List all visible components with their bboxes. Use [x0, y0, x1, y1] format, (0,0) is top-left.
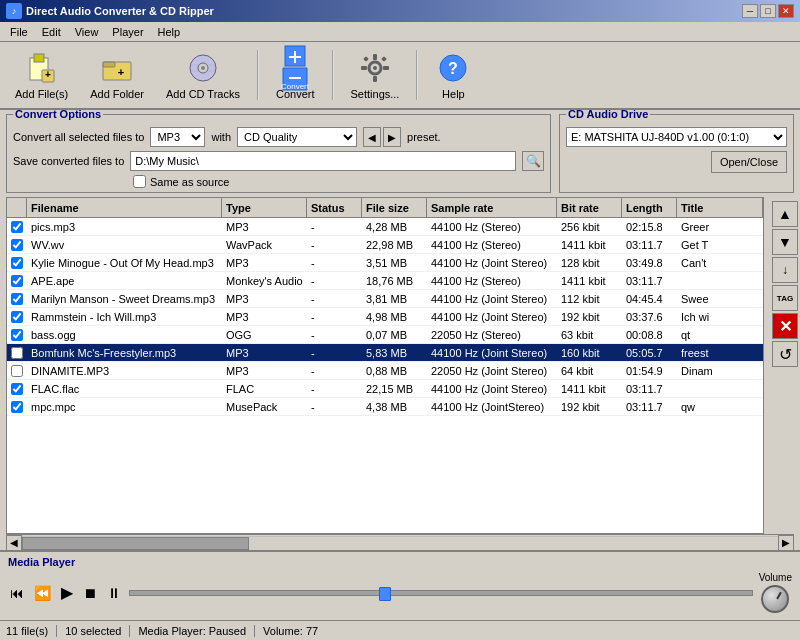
- add-files-button[interactable]: + Add File(s): [6, 45, 77, 105]
- row-checkbox[interactable]: [11, 293, 23, 305]
- tag-button[interactable]: TAG: [772, 285, 798, 311]
- help-button[interactable]: ? Help: [426, 45, 480, 105]
- add-cd-icon: [185, 50, 221, 86]
- row-checkbox[interactable]: [11, 329, 23, 341]
- play-button[interactable]: ▶: [59, 581, 75, 604]
- row-title: Swee: [677, 293, 763, 305]
- scroll-right-btn[interactable]: ▶: [778, 535, 794, 551]
- row-checkbox[interactable]: [11, 383, 23, 395]
- table-row[interactable]: Rammstein - Ich Will.mp3 MP3 - 4,98 MB 4…: [7, 308, 763, 326]
- row-title: Dinam: [677, 365, 763, 377]
- stop-button[interactable]: ⏹: [81, 583, 99, 603]
- menu-help[interactable]: Help: [152, 25, 187, 39]
- col-header-filename[interactable]: Filename: [27, 198, 222, 217]
- col-header-title[interactable]: Title: [677, 198, 763, 217]
- row-checkbox[interactable]: [11, 239, 23, 251]
- scroll-left-btn[interactable]: ◀: [6, 535, 22, 551]
- toolbar-sep-3: [416, 50, 418, 100]
- row-checkbox[interactable]: [11, 311, 23, 323]
- col-header-samplerate[interactable]: Sample rate: [427, 198, 557, 217]
- table-row[interactable]: FLAC.flac FLAC - 22,15 MB 44100 Hz (Join…: [7, 380, 763, 398]
- menu-player[interactable]: Player: [106, 25, 149, 39]
- row-checkbox-cell[interactable]: [7, 383, 27, 395]
- download-button[interactable]: ↓: [772, 257, 798, 283]
- row-checkbox[interactable]: [11, 257, 23, 269]
- settings-button[interactable]: Settings...: [342, 45, 409, 105]
- h-scrollbar[interactable]: ◀ ▶: [6, 534, 794, 550]
- prev-button[interactable]: ⏪: [32, 583, 53, 603]
- row-checkbox-cell[interactable]: [7, 347, 27, 359]
- row-checkbox-cell[interactable]: [7, 257, 27, 269]
- svg-point-18: [373, 66, 377, 70]
- row-checkbox-cell[interactable]: [7, 365, 27, 377]
- row-status: -: [307, 329, 362, 341]
- same-as-source-checkbox[interactable]: [133, 175, 146, 188]
- row-checkbox[interactable]: [11, 365, 23, 377]
- add-files-icon: +: [24, 50, 60, 86]
- maximize-button[interactable]: □: [760, 4, 776, 18]
- browse-button[interactable]: 🔍: [522, 151, 544, 171]
- close-button[interactable]: ✕: [778, 4, 794, 18]
- minimize-button[interactable]: ─: [742, 4, 758, 18]
- table-row[interactable]: bass.ogg OGG - 0,07 MB 22050 Hz (Stereo)…: [7, 326, 763, 344]
- row-checkbox-cell[interactable]: [7, 293, 27, 305]
- row-checkbox-cell[interactable]: [7, 239, 27, 251]
- preset-next-btn[interactable]: ▶: [383, 127, 401, 147]
- volume-knob[interactable]: [761, 585, 789, 613]
- table-row[interactable]: mpc.mpc MusePack - 4,38 MB 44100 Hz (Joi…: [7, 398, 763, 416]
- row-bitrate: 112 kbit: [557, 293, 622, 305]
- row-checkbox[interactable]: [11, 221, 23, 233]
- move-down-button[interactable]: ▼: [772, 229, 798, 255]
- rewind-button[interactable]: ⏮: [8, 583, 26, 603]
- row-checkbox[interactable]: [11, 275, 23, 287]
- row-checkbox-cell[interactable]: [7, 221, 27, 233]
- progress-thumb[interactable]: [379, 587, 391, 601]
- menu-view[interactable]: View: [69, 25, 105, 39]
- add-folder-button[interactable]: + Add Folder: [81, 45, 153, 105]
- table-row[interactable]: APE.ape Monkey's Audio - 18,76 MB 44100 …: [7, 272, 763, 290]
- save-path-input[interactable]: D:\My Music\: [130, 151, 516, 171]
- table-row[interactable]: DINAMITE.MP3 MP3 - 0,88 MB 22050 Hz (Joi…: [7, 362, 763, 380]
- h-scroll-thumb[interactable]: [22, 537, 249, 550]
- row-checkbox-cell[interactable]: [7, 329, 27, 341]
- delete-button[interactable]: ✕: [772, 313, 798, 339]
- add-cd-button[interactable]: Add CD Tracks: [157, 45, 249, 105]
- file-list-header: Filename Type Status File size Sample ra…: [7, 198, 763, 218]
- format-select[interactable]: MP3 WAV FLAC OGG: [150, 127, 205, 147]
- svg-rect-19: [373, 54, 377, 60]
- col-header-type[interactable]: Type: [222, 198, 307, 217]
- row-checkbox[interactable]: [11, 347, 23, 359]
- row-checkbox-cell[interactable]: [7, 311, 27, 323]
- quality-select[interactable]: CD Quality High Quality Low Quality: [237, 127, 357, 147]
- move-up-button[interactable]: ▲: [772, 201, 798, 227]
- table-row[interactable]: WV.wv WavPack - 22,98 MB 44100 Hz (Stere…: [7, 236, 763, 254]
- col-header-bitrate[interactable]: Bit rate: [557, 198, 622, 217]
- row-filesize: 3,81 MB: [362, 293, 427, 305]
- table-row[interactable]: Bomfunk Mc's-Freestyler.mp3 MP3 - 5,83 M…: [7, 344, 763, 362]
- row-type: MP3: [222, 311, 307, 323]
- table-row[interactable]: pics.mp3 MP3 - 4,28 MB 44100 Hz (Stereo)…: [7, 218, 763, 236]
- row-checkbox-cell[interactable]: [7, 275, 27, 287]
- preset-prev-btn[interactable]: ◀: [363, 127, 381, 147]
- row-checkbox[interactable]: [11, 401, 23, 413]
- table-row[interactable]: Marilyn Manson - Sweet Dreams.mp3 MP3 - …: [7, 290, 763, 308]
- col-header-length[interactable]: Length: [622, 198, 677, 217]
- progress-bar[interactable]: [129, 590, 753, 596]
- svg-rect-24: [381, 56, 387, 62]
- pause-button[interactable]: ⏸: [105, 583, 123, 603]
- menu-edit[interactable]: Edit: [36, 25, 67, 39]
- refresh-button[interactable]: ↺: [772, 341, 798, 367]
- panels-row: Convert Options Convert all selected fil…: [0, 110, 800, 197]
- convert-button[interactable]: Convert Convert: [267, 45, 324, 105]
- col-header-status[interactable]: Status: [307, 198, 362, 217]
- cd-drive-select[interactable]: E: MATSHITA UJ-840D v1.00 (0:1:0): [566, 127, 787, 147]
- file-list: Filename Type Status File size Sample ra…: [6, 197, 764, 534]
- row-checkbox-cell[interactable]: [7, 401, 27, 413]
- cd-drive-panel: CD Audio Drive E: MATSHITA UJ-840D v1.00…: [559, 114, 794, 193]
- table-row[interactable]: Kylie Minogue - Out Of My Head.mp3 MP3 -…: [7, 254, 763, 272]
- menu-file[interactable]: File: [4, 25, 34, 39]
- h-scroll-track[interactable]: [22, 536, 778, 550]
- open-close-button[interactable]: Open/Close: [711, 151, 787, 173]
- settings-icon: [357, 50, 393, 86]
- col-header-filesize[interactable]: File size: [362, 198, 427, 217]
